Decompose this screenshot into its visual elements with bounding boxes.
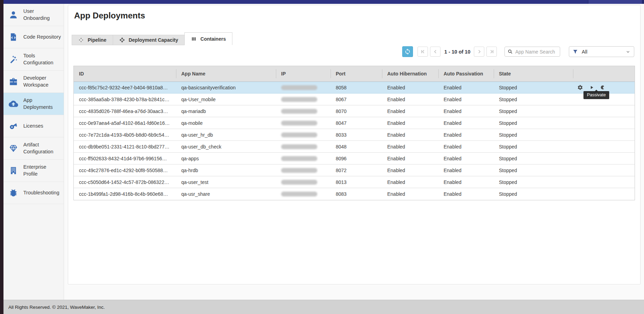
table-toolbar: 1 - 10 of 10 All — [402, 46, 634, 57]
row-auto-hibernation: Enabled — [382, 94, 438, 105]
row-auto-passivation: Enabled — [438, 141, 494, 152]
first-page-button[interactable] — [418, 47, 428, 57]
sidebar-item-label: Enterprise Profile — [23, 164, 64, 177]
row-port: 8013 — [331, 176, 382, 188]
row-port: 8048 — [331, 141, 382, 152]
row-actions — [573, 176, 635, 188]
row-state: Stopped — [494, 164, 573, 176]
row-state: Stopped — [494, 105, 573, 117]
chevron-right-icon — [476, 49, 482, 55]
row-id: ccc-385aa5ab-3788-4230-b78a-b2841c… — [74, 94, 176, 105]
row-id: ccc-7e72c1da-4193-4b05-b8d0-6b9c54… — [74, 129, 176, 140]
sidebar-item-enterprise-profile[interactable]: Enterprise Profile — [3, 160, 64, 182]
sidebar-item-code-repository[interactable]: Code Repository — [3, 26, 64, 48]
table-row[interactable]: ccc-f85c75c2-9232-4ee7-b404-9810a8…qa-ba… — [74, 82, 635, 94]
row-ip — [276, 164, 331, 176]
row-state: Stopped — [494, 176, 573, 188]
next-page-button[interactable] — [474, 47, 484, 57]
row-app-name: qa-User_mobile — [176, 94, 276, 105]
row-id: ccc-1b499fa1-2d98-416b-8c4b-960e68… — [74, 188, 176, 200]
tab-containers[interactable]: Containers — [184, 32, 232, 45]
search-icon — [508, 49, 513, 54]
last-page-button[interactable] — [486, 47, 497, 57]
row-auto-passivation: Enabled — [438, 188, 494, 200]
bug-icon — [9, 188, 18, 198]
row-ip — [276, 82, 331, 93]
ip-redacted-value — [281, 97, 317, 102]
table-row[interactable]: ccc-7e72c1da-4193-4b05-b8d0-6b9c54…qa-us… — [74, 129, 635, 141]
play-icon[interactable] — [589, 85, 594, 90]
row-id: ccc-4835d026-788f-46ea-a76d-30aac3… — [74, 105, 176, 117]
search-input[interactable] — [515, 49, 557, 55]
previous-page-button[interactable] — [430, 47, 440, 57]
topbar-end-segment — [642, 0, 644, 4]
row-auto-passivation: Enabled — [438, 129, 494, 140]
row-port: 8083 — [331, 188, 382, 200]
ip-redacted-value — [281, 121, 317, 126]
row-ip — [276, 141, 331, 152]
row-ip — [276, 176, 331, 188]
column-header-ip: IP — [276, 66, 331, 81]
row-state: Stopped — [494, 82, 573, 93]
table-body: ccc-f85c75c2-9232-4ee7-b404-9810a8…qa-ba… — [74, 82, 635, 200]
sidebar-item-licenses[interactable]: Licenses — [3, 115, 64, 137]
column-header-state: State — [494, 66, 573, 81]
row-auto-hibernation: Enabled — [382, 82, 438, 93]
row-id: ccc-0e97aea4-a5af-4102-86a1-fd60e16… — [74, 117, 176, 129]
table-row[interactable]: ccc-c5050d64-1452-4c57-872b-086322…qa-us… — [74, 176, 635, 188]
sidebar-item-label: Licenses — [23, 123, 45, 129]
table-row[interactable]: ccc-1b499fa1-2d98-416b-8c4b-960e68…qa-us… — [74, 188, 635, 200]
table-row[interactable]: ccc-ff502633-8432-41d4-97b6-996156…qa-ap… — [74, 153, 635, 164]
tab-pipeline[interactable]: Pipeline — [72, 35, 113, 45]
row-port: 8067 — [331, 94, 382, 105]
column-header-actions — [573, 66, 635, 81]
sidebar-item-user-onboarding[interactable]: User Onboarding — [3, 4, 64, 26]
refresh-button[interactable] — [402, 46, 413, 57]
table-row[interactable]: ccc-0e97aea4-a5af-4102-86a1-fd60e16…qa-m… — [74, 117, 635, 129]
row-app-name: qa-mobile — [176, 117, 276, 129]
sidebar-item-label: User Onboarding — [23, 8, 64, 21]
row-id: ccc-ff502633-8432-41d4-97b6-996156… — [74, 153, 176, 164]
row-app-name: qa-basicsanityverification — [176, 82, 276, 93]
moon-icon[interactable] — [600, 85, 605, 90]
wand-icon — [9, 55, 18, 64]
sidebar-item-artifact-configuration[interactable]: Artifact Configuration — [3, 137, 64, 160]
row-auto-hibernation: Enabled — [382, 153, 438, 164]
tab-bar: PipelineDeployment CapacityContainers — [72, 32, 232, 45]
table-row[interactable]: ccc-4835d026-788f-46ea-a76d-30aac3…qa-ma… — [74, 105, 635, 117]
tab-label: Containers — [200, 36, 226, 42]
sidebar-item-developer-workspace[interactable]: Developer Workspace — [3, 71, 64, 93]
table-row[interactable]: ccc-db9be051-2331-4121-8c10-8bd277…qa-us… — [74, 141, 635, 153]
table-row[interactable]: ccc-49c27876-ed1c-4292-b0f8-550588…qa-hr… — [74, 164, 635, 176]
table-header-row: IDApp NameIPPortAuto HibernationAuto Pas… — [74, 66, 635, 82]
gear-icon[interactable] — [577, 84, 583, 90]
row-state: Stopped — [494, 153, 573, 164]
column-header-auto-passivation: Auto Passivation — [438, 66, 494, 81]
table-row[interactable]: ccc-385aa5ab-3788-4230-b78a-b2841c…qa-Us… — [74, 94, 635, 105]
ip-redacted-value — [281, 180, 317, 185]
row-id: ccc-f85c75c2-9232-4ee7-b404-9810a8… — [74, 82, 176, 93]
filter-dropdown[interactable]: All — [569, 46, 634, 57]
cloud-upload-icon — [9, 99, 18, 108]
row-app-name: qa-mariadb — [176, 105, 276, 117]
footer: All Rights Reserved. © 2021, WaveMaker, … — [0, 300, 644, 314]
row-app-name: qa-apps — [176, 153, 276, 164]
sidebar-item-tools-configuration[interactable]: Tools Configuration — [3, 48, 64, 71]
ip-redacted-value — [281, 132, 317, 137]
app-name-search-box[interactable] — [504, 47, 560, 57]
page-title: App Deployments — [74, 11, 145, 21]
row-state: Stopped — [494, 141, 573, 152]
user-icon — [9, 10, 18, 19]
sidebar-item-label: Tools Configuration — [23, 53, 64, 66]
row-actions — [573, 129, 635, 140]
row-state: Stopped — [494, 188, 573, 200]
tab-deployment-capacity[interactable]: Deployment Capacity — [113, 35, 185, 45]
sidebar-item-app-deployments[interactable]: App Deployments — [3, 93, 64, 115]
code-icon — [9, 32, 18, 42]
column-header-auto-hibernation: Auto Hibernation — [382, 66, 438, 81]
sidebar-item-troubleshooting[interactable]: Troubleshooting — [3, 182, 64, 204]
row-actions: Passivate — [573, 82, 635, 93]
filter-value: All — [582, 49, 587, 55]
row-auto-passivation: Enabled — [438, 164, 494, 176]
column-header-port: Port — [331, 66, 382, 81]
